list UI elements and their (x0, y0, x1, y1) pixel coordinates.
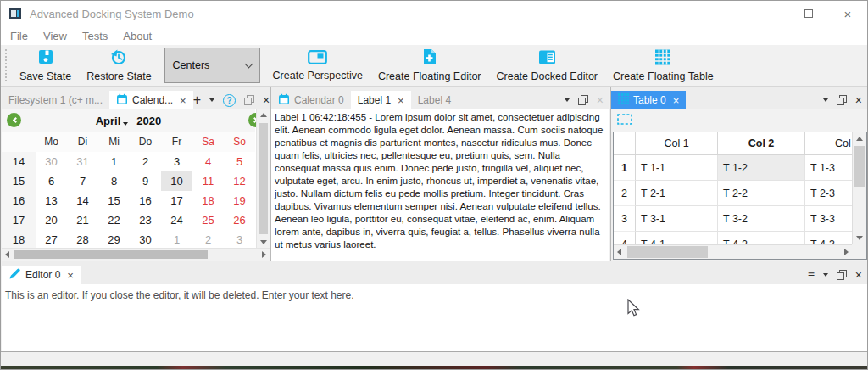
scroll-right-icon[interactable] (262, 251, 266, 258)
scrollbar-thumb[interactable] (259, 123, 268, 234)
calendar-day[interactable]: 17 (161, 191, 192, 210)
table-cell[interactable]: T 3-1 (636, 206, 718, 232)
editor-menu-button[interactable]: ≡ (808, 269, 815, 281)
splitter-left-center[interactable] (270, 87, 271, 261)
calendar-day[interactable]: 1 (161, 230, 192, 249)
float-panel-button[interactable] (837, 95, 847, 105)
calendar-day[interactable]: 2 (192, 230, 224, 249)
table-vertical-scrollbar[interactable] (852, 132, 866, 244)
tab-menu-button[interactable] (565, 98, 570, 102)
maximize-button[interactable] (789, 1, 828, 26)
scroll-down-icon[interactable] (856, 236, 863, 240)
table-horizontal-scrollbar[interactable] (614, 244, 852, 259)
calendar-day-selected[interactable]: 10 (161, 171, 192, 191)
menu-tests[interactable]: Tests (75, 26, 115, 45)
table-cell[interactable]: T 2-1 (636, 181, 718, 206)
help-button[interactable]: ? (223, 94, 236, 107)
calendar-day[interactable]: 3 (161, 152, 192, 171)
calendar-horizontal-scrollbar[interactable] (2, 248, 270, 261)
close-button[interactable]: × (828, 1, 867, 26)
calendar-day[interactable]: 13 (36, 191, 67, 210)
marquee-selection-icon[interactable] (617, 113, 632, 128)
calendar-day[interactable]: 25 (192, 210, 224, 230)
close-panel-button[interactable]: × (855, 269, 862, 281)
tab-menu-button[interactable] (823, 273, 828, 277)
close-panel-button[interactable]: × (263, 94, 270, 106)
calendar-day[interactable]: 23 (130, 210, 161, 230)
row-header[interactable]: 3 (614, 206, 636, 232)
calendar-day[interactable]: 16 (130, 191, 161, 210)
add-tab-button[interactable]: + (193, 93, 201, 107)
create-floating-editor-button[interactable]: Create Floating Editor (370, 45, 489, 86)
calendar-day[interactable]: 28 (67, 230, 98, 249)
calendar-day[interactable]: 2 (130, 152, 161, 171)
calendar-day[interactable]: 22 (98, 210, 130, 230)
scroll-down-icon[interactable] (260, 240, 267, 244)
scrollbar-thumb[interactable] (854, 146, 865, 187)
scroll-left-icon[interactable] (5, 251, 9, 258)
calendar-day[interactable]: 6 (36, 171, 67, 191)
table-corner-cell[interactable] (614, 132, 636, 155)
minimize-button[interactable] (750, 1, 789, 26)
calendar-vertical-scrollbar[interactable] (256, 109, 270, 248)
column-header[interactable]: Col 1 (636, 132, 718, 155)
column-header[interactable]: Col 2 (718, 132, 805, 155)
splitter-center-right[interactable] (610, 87, 611, 261)
float-panel-button[interactable] (578, 95, 588, 105)
calendar-day[interactable]: 31 (67, 152, 98, 171)
tab-label-1[interactable]: Label 1 × (351, 91, 411, 109)
tab-editor-0[interactable]: Editor 0 × (2, 266, 81, 284)
tab-menu-button[interactable] (823, 98, 828, 102)
table-cell[interactable]: T 2-2 (718, 181, 805, 206)
calendar-day[interactable]: 20 (36, 210, 67, 230)
tab-menu-button[interactable] (209, 98, 214, 102)
tab-filesystem-1[interactable]: Filesystem 1 (c+ m... (2, 91, 109, 109)
calendar-year[interactable]: 2020 (136, 115, 161, 127)
menu-view[interactable]: View (36, 26, 75, 45)
tab-table-0[interactable]: Table 0 × (611, 91, 686, 109)
create-perspective-button[interactable]: Create Perspective (265, 45, 370, 86)
create-floating-table-button[interactable]: Create Floating Table (605, 45, 721, 86)
perspective-combobox[interactable]: Centers (164, 48, 260, 83)
calendar-day[interactable]: 26 (224, 210, 255, 230)
toolbar-drag-handle[interactable] (5, 49, 8, 81)
calendar-day[interactable]: 15 (98, 191, 130, 210)
calendar-day[interactable]: 3 (224, 230, 255, 249)
calendar-day[interactable]: 18 (192, 191, 224, 210)
save-state-button[interactable]: Save State (12, 45, 79, 86)
tab-editor-0-close-icon[interactable]: × (67, 270, 74, 281)
calendar-day[interactable]: 29 (98, 230, 130, 249)
scroll-up-icon[interactable] (260, 113, 267, 117)
menu-file[interactable]: File (3, 26, 36, 45)
editor-0-content[interactable]: This is an editor. If you close the edit… (2, 284, 868, 351)
calendar-month[interactable]: April (96, 115, 121, 127)
calendar-day[interactable]: 4 (192, 152, 224, 171)
close-panel-button[interactable]: × (597, 94, 604, 106)
restore-state-button[interactable]: Restore State (79, 45, 159, 86)
tab-calendar[interactable]: Calend... × (109, 91, 193, 109)
calendar-day[interactable]: 8 (98, 171, 130, 191)
scroll-up-icon[interactable] (856, 137, 863, 141)
calendar-day[interactable]: 30 (130, 230, 161, 249)
tab-table-0-close-icon[interactable]: × (673, 95, 680, 106)
calendar-day[interactable]: 11 (192, 171, 224, 191)
tab-calendar-0[interactable]: Calendar 0 (271, 91, 351, 109)
calendar-day[interactable]: 9 (130, 171, 161, 191)
menu-about[interactable]: About (115, 26, 159, 45)
calendar-day[interactable]: 30 (36, 152, 67, 171)
calendar-day[interactable]: 14 (67, 191, 98, 210)
float-panel-button[interactable] (244, 95, 254, 105)
tab-label-1-close-icon[interactable]: × (398, 95, 404, 106)
table-cell[interactable]: T 1-1 (636, 155, 718, 181)
table-cell[interactable]: T 3-2 (718, 206, 805, 232)
calendar-day[interactable]: 21 (67, 210, 98, 230)
calendar-day[interactable]: 5 (224, 152, 255, 171)
close-panel-button[interactable]: × (855, 94, 862, 106)
create-docked-editor-button[interactable]: Create Docked Editor (489, 45, 606, 86)
tab-calendar-close-icon[interactable]: × (180, 95, 186, 106)
scrollbar-thumb[interactable] (627, 246, 708, 258)
calendar-day[interactable]: 24 (161, 210, 192, 230)
row-header[interactable]: 1 (614, 155, 636, 181)
calendar-day[interactable]: 27 (36, 230, 67, 249)
scrollbar-thumb[interactable] (14, 250, 208, 259)
